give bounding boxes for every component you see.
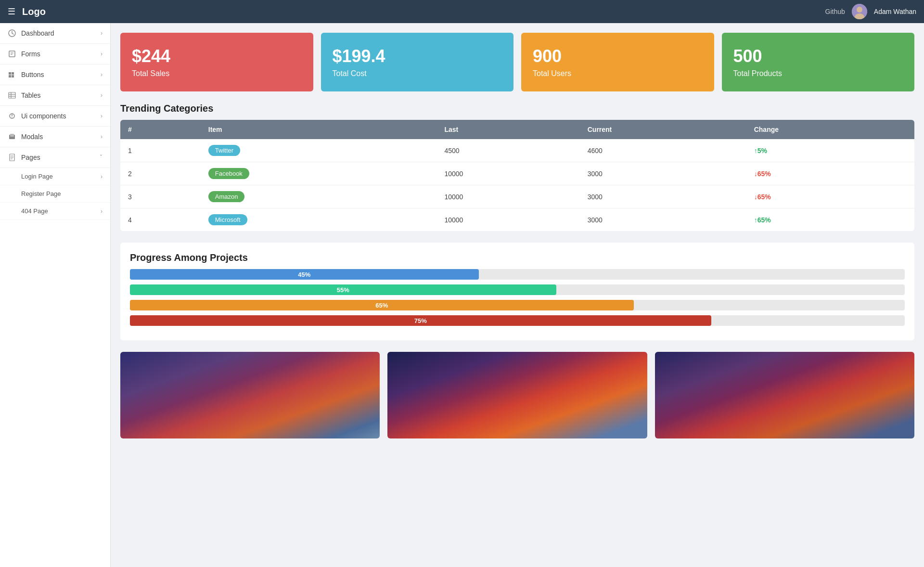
table-row: 1 Twitter 4500 4600 ↑5% xyxy=(120,139,914,162)
image-card-2 xyxy=(387,352,647,438)
trending-table: # Item Last Current Change 1 Twitter 450… xyxy=(120,120,914,231)
cell-num: 1 xyxy=(120,139,201,162)
chevron-down-icon: ˅ xyxy=(100,154,103,161)
svg-point-16 xyxy=(12,117,13,118)
sidebar-label-modals: Modals xyxy=(21,133,43,141)
sidebar-sub-404-page[interactable]: 404 Page › xyxy=(0,203,110,220)
table-header-row: # Item Last Current Change xyxy=(120,120,914,139)
image-card-1 xyxy=(120,352,380,438)
forms-icon xyxy=(8,50,16,58)
stat-card-sales: $244 Total Sales xyxy=(120,33,313,91)
stat-label-sales: Total Sales xyxy=(132,69,302,78)
chevron-right-icon: › xyxy=(101,173,103,180)
sidebar-sub-login-page[interactable]: Login Page › xyxy=(0,168,110,185)
sidebar-item-buttons[interactable]: Buttons › xyxy=(0,64,110,85)
cell-change: ↓65% xyxy=(746,185,914,208)
cell-current: 3000 xyxy=(580,162,746,185)
stat-label-products: Total Products xyxy=(733,69,903,78)
table-row: 4 Microsoft 10000 3000 ↑65% xyxy=(120,208,914,232)
item-badge: Microsoft xyxy=(208,214,247,225)
topnav-left: ☰ Logo xyxy=(8,6,46,17)
svg-rect-18 xyxy=(10,134,14,137)
progress-track: 45% xyxy=(130,269,905,280)
trending-table-body: 1 Twitter 4500 4600 ↑5% 2 Facebook 10000… xyxy=(120,139,914,231)
chevron-right-icon: › xyxy=(101,71,103,78)
cell-num: 2 xyxy=(120,162,201,185)
github-link[interactable]: Github xyxy=(825,8,845,15)
hamburger-icon[interactable]: ☰ xyxy=(8,6,15,17)
svg-point-1 xyxy=(857,7,862,13)
cell-num: 4 xyxy=(120,208,201,232)
stat-value-users: 900 xyxy=(533,46,703,66)
chevron-right-icon: › xyxy=(101,51,103,57)
trending-title: Trending Categories xyxy=(120,103,914,114)
sidebar-item-forms[interactable]: Forms › xyxy=(0,44,110,64)
sidebar-label-tables: Tables xyxy=(21,91,40,99)
sidebar-item-modals[interactable]: Modals › xyxy=(0,127,110,147)
svg-rect-9 xyxy=(9,75,11,77)
progress-track: 55% xyxy=(130,284,905,295)
cell-last: 10000 xyxy=(436,208,579,232)
table-row: 2 Facebook 10000 3000 ↓65% xyxy=(120,162,914,185)
cell-change: ↓65% xyxy=(746,162,914,185)
sidebar-label-ui-components: Ui components xyxy=(21,112,66,120)
sidebar-item-pages[interactable]: Pages ˅ xyxy=(0,147,110,168)
cell-item: Twitter xyxy=(201,139,437,162)
cell-item: Amazon xyxy=(201,185,437,208)
progress-fill: 45% xyxy=(130,269,479,280)
sidebar-item-dashboard[interactable]: Dashboard › xyxy=(0,23,110,44)
change-up-icon: ↑65% xyxy=(754,216,771,224)
progress-section: Progress Among Projects 45% 55% 65% 75% xyxy=(120,243,914,340)
tables-icon xyxy=(8,91,16,100)
svg-rect-10 xyxy=(12,75,14,77)
progress-bar-wrap: 65% xyxy=(130,300,905,310)
svg-rect-11 xyxy=(9,92,15,98)
progress-fill: 75% xyxy=(130,315,711,326)
item-badge: Facebook xyxy=(208,168,249,179)
logo: Logo xyxy=(22,6,46,17)
sidebar-sub-label: Login Page xyxy=(21,173,53,180)
buttons-icon xyxy=(8,70,16,79)
chevron-right-icon: › xyxy=(101,92,103,99)
change-up-icon: ↑5% xyxy=(754,147,767,155)
svg-rect-8 xyxy=(12,72,14,75)
dashboard-icon xyxy=(8,29,16,38)
col-change: Change xyxy=(746,120,914,139)
stat-value-products: 500 xyxy=(733,46,903,66)
col-num: # xyxy=(120,120,201,139)
cell-last: 10000 xyxy=(436,185,579,208)
item-badge: Twitter xyxy=(208,145,240,156)
sidebar-label-pages: Pages xyxy=(21,154,40,161)
sidebar-label-buttons: Buttons xyxy=(21,71,44,78)
sidebar-sub-register-page[interactable]: Register Page xyxy=(0,185,110,203)
stat-cards: $244 Total Sales $199.4 Total Cost 900 T… xyxy=(120,33,914,91)
sidebar-label-forms: Forms xyxy=(21,50,40,58)
stat-card-users: 900 Total Users xyxy=(521,33,714,91)
pages-icon xyxy=(8,153,16,162)
cell-change: ↑5% xyxy=(746,139,914,162)
sidebar-item-tables[interactable]: Tables › xyxy=(0,85,110,106)
cell-last: 4500 xyxy=(436,139,579,162)
change-down-icon: ↓65% xyxy=(754,170,771,178)
col-current: Current xyxy=(580,120,746,139)
stat-label-cost: Total Cost xyxy=(333,69,502,78)
cell-current: 3000 xyxy=(580,208,746,232)
item-badge: Amazon xyxy=(208,191,245,202)
progress-bars: 45% 55% 65% 75% xyxy=(130,269,905,326)
username-label: Adam Wathan xyxy=(874,8,916,15)
cell-num: 3 xyxy=(120,185,201,208)
progress-bar-wrap: 55% xyxy=(130,284,905,295)
change-down-icon: ↓65% xyxy=(754,193,771,201)
cell-item: Microsoft xyxy=(201,208,437,232)
sidebar-sub-label: Register Page xyxy=(21,190,61,197)
sidebar-sub-label: 404 Page xyxy=(21,207,48,215)
progress-track: 65% xyxy=(130,300,905,310)
modals-icon xyxy=(8,132,16,141)
stat-value-sales: $244 xyxy=(132,46,302,66)
col-item: Item xyxy=(201,120,437,139)
progress-track: 75% xyxy=(130,315,905,326)
topnav-right: Github Adam Wathan xyxy=(825,4,916,19)
progress-bar-wrap: 75% xyxy=(130,315,905,326)
progress-title: Progress Among Projects xyxy=(130,252,905,263)
sidebar-item-ui-components[interactable]: Ui components › xyxy=(0,106,110,127)
